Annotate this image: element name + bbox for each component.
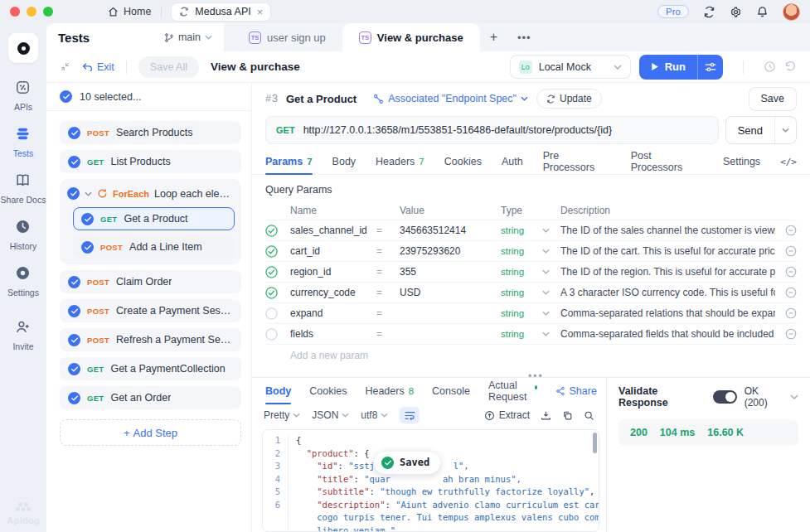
environment-selector[interactable]: Lo Local Mock	[510, 55, 631, 79]
param-row[interactable]: currency_code=USDstringA 3 character ISO…	[265, 283, 797, 303]
request-tab-params[interactable]: Params7	[265, 149, 313, 174]
request-tab-body[interactable]: Body	[332, 149, 356, 174]
request-tab-pre-processors[interactable]: Pre Processors	[543, 149, 611, 174]
param-enabled-icon[interactable]	[265, 266, 290, 278]
response-tab-headers[interactable]: Headers8	[365, 378, 414, 404]
remove-param-icon[interactable]	[775, 328, 797, 340]
param-description[interactable]: The ID of the region. This is useful for…	[560, 266, 775, 278]
request-tab-cookies[interactable]: Cookies	[444, 149, 482, 174]
remove-param-icon[interactable]	[775, 225, 797, 236]
more-tabs-button[interactable]: •••	[507, 31, 541, 44]
param-description[interactable]: Comma-separated relations that should be…	[560, 307, 775, 319]
run-options-button[interactable]	[697, 55, 723, 80]
step-card[interactable]: POSTCreate a Payment Session	[60, 299, 241, 322]
param-name[interactable]: sales_channel_id	[290, 225, 376, 236]
step-checkbox[interactable]	[68, 363, 80, 375]
format-dropdown[interactable]: JSON	[312, 409, 349, 421]
response-tab-actual-request[interactable]: Actual Request	[488, 378, 537, 404]
pretty-dropdown[interactable]: Pretty	[264, 409, 300, 421]
user-avatar[interactable]	[783, 3, 800, 21]
step-card[interactable]: POSTClaim Order	[60, 270, 241, 293]
step-checkbox[interactable]	[68, 156, 80, 168]
param-row[interactable]: sales_channel_id=345663512414stringThe I…	[265, 220, 797, 241]
extract-button[interactable]: Extract	[484, 409, 530, 421]
param-name[interactable]: cart_id	[290, 245, 376, 257]
download-icon[interactable]	[541, 410, 551, 421]
param-type[interactable]: string	[501, 288, 542, 297]
param-row[interactable]: fields=stringComma-separated fields that…	[265, 324, 797, 345]
run-button-group[interactable]: Run	[639, 55, 723, 80]
response-tab-console[interactable]: Console	[432, 378, 470, 404]
response-tab-body[interactable]: Body	[265, 378, 291, 404]
home-button[interactable]: Home	[108, 6, 151, 17]
param-value[interactable]: 345663512414	[400, 225, 501, 236]
remove-param-icon[interactable]	[775, 245, 797, 257]
close-window-button[interactable]	[10, 7, 20, 17]
step-card[interactable]: GETGet a Product	[73, 207, 235, 230]
step-card[interactable]: GETGet a PaymentCollection	[60, 357, 241, 380]
param-value[interactable]: 355	[400, 266, 501, 278]
chevron-down-icon[interactable]	[542, 311, 560, 316]
request-tab-auth[interactable]: Auth	[502, 149, 523, 174]
param-value[interactable]: 23975293620	[400, 245, 501, 257]
param-value[interactable]: USD	[400, 287, 501, 298]
refresh-icon[interactable]	[703, 6, 715, 18]
scrollbar-thumb[interactable]	[593, 433, 597, 453]
request-tab-headers[interactable]: Headers7	[376, 149, 424, 174]
minimize-window-button[interactable]	[27, 7, 36, 17]
update-button[interactable]: Update	[536, 89, 602, 109]
step-checkbox[interactable]	[81, 241, 94, 254]
step-card[interactable]: POSTAdd a Line Item	[73, 235, 235, 259]
chevron-down-icon[interactable]	[542, 290, 560, 295]
param-name[interactable]: currency_code	[290, 287, 376, 298]
select-all-checkbox[interactable]	[60, 90, 72, 103]
branch-selector[interactable]: main	[164, 31, 212, 43]
sidebar-item-settings[interactable]: Settings	[1, 265, 46, 297]
close-tab-icon[interactable]: ×	[257, 7, 264, 17]
chevron-down-icon[interactable]	[542, 269, 560, 274]
chevron-down-icon[interactable]	[542, 331, 560, 336]
param-type[interactable]: string	[501, 308, 542, 318]
param-name[interactable]: region_id	[290, 266, 376, 278]
encoding-dropdown[interactable]: utf8	[361, 409, 388, 421]
step-card[interactable]: GETGet an Order	[60, 386, 241, 409]
chevron-down-icon[interactable]	[542, 249, 560, 254]
step-checkbox[interactable]	[68, 334, 80, 346]
restore-icon[interactable]	[784, 60, 797, 73]
add-tab-button[interactable]: +	[480, 30, 507, 45]
step-checkbox[interactable]	[68, 127, 80, 139]
bell-icon[interactable]	[756, 6, 769, 18]
scenario-tab-view-purchase[interactable]: TSView & purchase	[342, 23, 480, 51]
step-checkbox[interactable]	[68, 305, 80, 317]
url-input[interactable]: GET http://127.0.0.1:3658/m1/553851-5164…	[265, 116, 719, 144]
send-button[interactable]: Send	[726, 117, 774, 143]
param-description[interactable]: A 3 character ISO currency code. This is…	[560, 287, 775, 298]
doc-tab-medusa-api[interactable]: Medusa API ×	[172, 3, 270, 21]
param-row[interactable]: cart_id=23975293620stringThe ID of the c…	[265, 241, 797, 262]
exit-button[interactable]: Exit	[82, 61, 114, 73]
sidebar-item-share-docs[interactable]: Share Docs	[1, 172, 46, 205]
param-type[interactable]: string	[501, 329, 542, 339]
chevron-down-icon[interactable]	[542, 228, 560, 233]
step-checkbox[interactable]	[68, 276, 80, 288]
gear-icon[interactable]	[730, 6, 742, 18]
save-button[interactable]: Save	[749, 87, 798, 111]
search-icon[interactable]	[584, 410, 594, 421]
step-card[interactable]: POSTRefresh a Payment Session	[60, 328, 241, 351]
word-wrap-button[interactable]	[400, 407, 420, 423]
step-card[interactable]: POSTSearch Products	[60, 121, 241, 144]
param-enabled-icon[interactable]	[265, 245, 290, 258]
sidebar-item-apis[interactable]: APIs	[1, 80, 46, 112]
param-description[interactable]: The ID of the sales channel the customer…	[560, 225, 775, 236]
param-name[interactable]: expand	[290, 307, 376, 319]
share-button[interactable]: Share	[555, 385, 597, 397]
response-tab-cookies[interactable]: Cookies	[309, 378, 347, 404]
save-all-button[interactable]: Save All	[138, 56, 199, 78]
param-disabled-icon[interactable]	[265, 307, 290, 320]
send-options-button[interactable]	[774, 117, 796, 143]
param-name[interactable]: fields	[290, 328, 376, 340]
param-type[interactable]: string	[501, 267, 542, 277]
pro-badge[interactable]: Pro	[657, 5, 689, 18]
run-button[interactable]: Run	[639, 55, 697, 80]
request-tab-settings[interactable]: Settings	[723, 149, 760, 174]
